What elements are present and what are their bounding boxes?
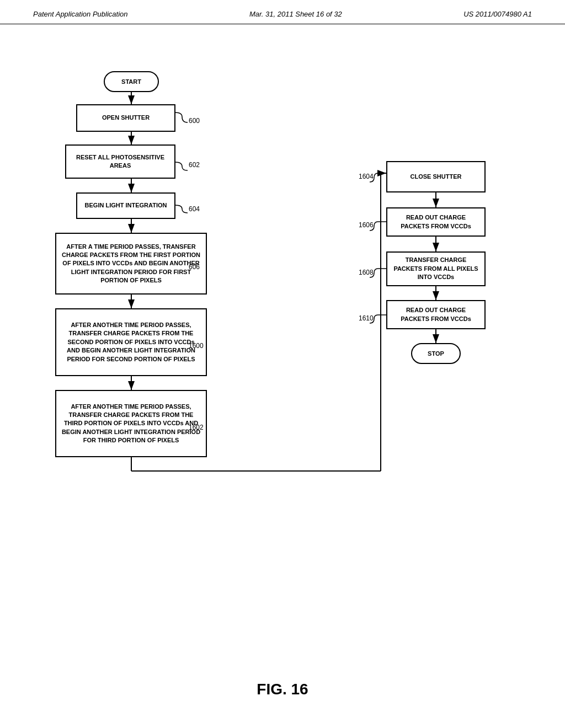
- header-right: US 2011/0074980 A1: [463, 10, 532, 18]
- label-606: 606: [189, 263, 200, 271]
- close-shutter-node: CLOSE SHUTTER: [386, 161, 486, 192]
- label-1602: 1602: [189, 424, 204, 431]
- label-1610: 1610: [359, 314, 374, 322]
- after-time-1-node: AFTER A TIME PERIOD PASSES, TRANSFER CHA…: [55, 233, 207, 295]
- reset-all-node: RESET ALL PHOTOSENSITIVE AREAS: [65, 144, 175, 179]
- after-time-2-node: AFTER ANOTHER TIME PERIOD PASSES, TRANSF…: [55, 308, 207, 376]
- open-shutter-node: OPEN SHUTTER: [76, 104, 175, 132]
- label-1604: 1604: [359, 173, 374, 180]
- label-1606: 1606: [359, 221, 374, 229]
- header-left: Patent Application Publication: [33, 10, 128, 18]
- figure-label: FIG. 16: [0, 675, 565, 709]
- label-602: 602: [189, 161, 200, 169]
- after-time-3-node: AFTER ANOTHER TIME PERIOD PASSES, TRANSF…: [55, 390, 207, 457]
- page-header: Patent Application Publication Mar. 31, …: [0, 0, 565, 24]
- label-1600: 1600: [189, 342, 204, 350]
- read-out-2-node: READ OUT CHARGE PACKETS FROM VCCDs: [386, 300, 486, 329]
- label-1608: 1608: [359, 269, 374, 276]
- begin-light-node: BEGIN LIGHT INTEGRATION: [76, 192, 175, 219]
- label-604: 604: [189, 205, 200, 213]
- header-center: Mar. 31, 2011 Sheet 16 of 32: [249, 10, 342, 18]
- read-out-1-node: READ OUT CHARGE PACKETS FROM VCCDs: [386, 207, 486, 237]
- label-600: 600: [189, 117, 200, 125]
- start-node: START: [104, 71, 159, 92]
- transfer-all-node: TRANSFER CHARGE PACKETS FROM ALL PIXELS …: [386, 251, 486, 286]
- diagram-area: START OPEN SHUTTER 600 RESET ALL PHOTOSE…: [0, 24, 565, 675]
- stop-node: STOP: [411, 343, 461, 364]
